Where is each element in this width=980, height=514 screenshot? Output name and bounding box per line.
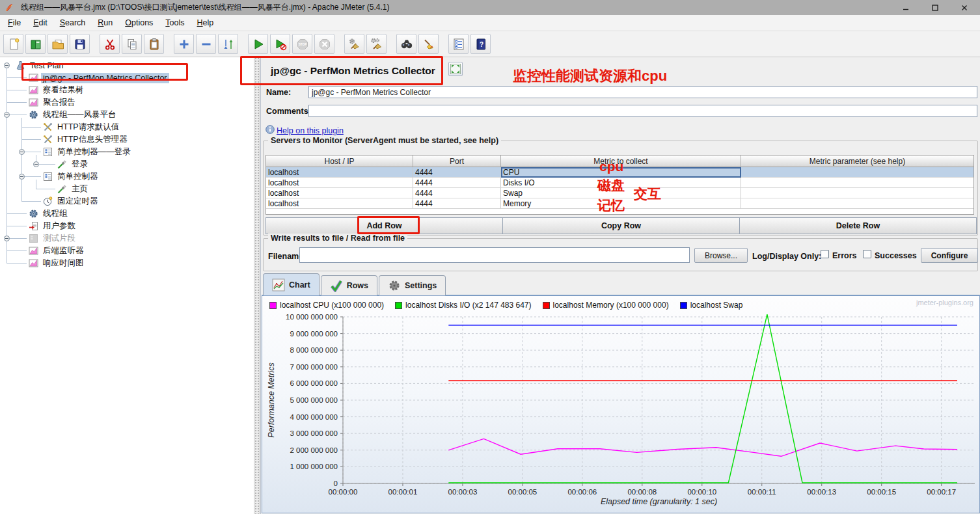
tree-item-label: 响应时间图: [41, 257, 86, 269]
tree-item-3[interactable]: 聚合报告: [29, 96, 77, 109]
maximize-button[interactable]: [921, 0, 951, 15]
column-header-2[interactable]: Metric to collect: [501, 156, 741, 167]
help-on-plugin-link[interactable]: Help on this plugin: [277, 126, 344, 135]
tab-settings[interactable]: Settings: [379, 275, 446, 295]
tree-item-12[interactable]: 线程组: [29, 208, 70, 220]
name-field[interactable]: [308, 86, 977, 98]
table-cell[interactable]: Swap: [501, 188, 741, 198]
tree-item-5[interactable]: HTTP请求默认值: [43, 121, 121, 133]
table-cell[interactable]: localhost: [266, 178, 413, 188]
table-cell[interactable]: [741, 198, 973, 209]
tree-connector: [21, 201, 41, 202]
tree-expand-handle[interactable]: [19, 149, 25, 155]
tree-item-0[interactable]: Test Plan: [16, 59, 65, 72]
chart-tab-icon: [272, 278, 285, 291]
tab-rows[interactable]: Rows: [321, 275, 377, 295]
collapse-all-button[interactable]: [196, 34, 216, 54]
open-file-button[interactable]: [48, 34, 68, 54]
table-cell[interactable]: [741, 188, 973, 198]
column-header-3[interactable]: Metric parameter (see help): [741, 156, 973, 167]
comments-field[interactable]: [308, 105, 977, 117]
clear-button[interactable]: [344, 34, 364, 54]
menu-edit[interactable]: Edit: [27, 16, 54, 29]
table-row[interactable]: localhost4444Disks I/O: [266, 178, 973, 188]
table-row[interactable]: localhost4444Memory: [266, 198, 973, 209]
start-no-pauses-button[interactable]: [270, 34, 290, 54]
copy-button[interactable]: [122, 34, 142, 54]
copy-row-button[interactable]: Copy Row: [502, 217, 740, 234]
table-cell[interactable]: Memory: [501, 198, 741, 209]
column-header-1[interactable]: Port: [413, 156, 501, 167]
tree-expand-handle[interactable]: [19, 174, 25, 180]
paste-button[interactable]: [144, 34, 164, 54]
table-cell[interactable]: 4444: [413, 178, 501, 188]
tree-item-1[interactable]: jp@gc - PerfMon Metrics Collector: [29, 72, 169, 84]
table-cell[interactable]: localhost: [266, 188, 413, 198]
menu-file[interactable]: File: [2, 16, 27, 29]
table-row[interactable]: localhost4444Swap: [266, 188, 973, 198]
column-header-0[interactable]: Host / IP: [266, 156, 413, 167]
maximize-panel-button[interactable]: [448, 62, 463, 76]
table-cell[interactable]: 4444: [413, 198, 501, 209]
broom-gear-icon: [348, 38, 361, 51]
tree-item-9[interactable]: 简单控制器: [43, 170, 100, 183]
watermark: jmeter-plugins.org: [916, 299, 973, 306]
minimize-button[interactable]: [892, 0, 921, 15]
servers-table[interactable]: Host / IPPortMetric to collectMetric par…: [265, 155, 974, 215]
close-button[interactable]: [951, 0, 980, 15]
tree-item-11[interactable]: 固定定时器: [43, 195, 100, 208]
tree-item-6[interactable]: HTTP信息头管理器: [43, 133, 129, 146]
tree-item-7[interactable]: 简单控制器——登录: [43, 146, 133, 158]
start-button[interactable]: [248, 34, 268, 54]
split-divider[interactable]: [254, 57, 260, 514]
table-row[interactable]: localhost4444CPU: [266, 167, 973, 178]
delete-row-button[interactable]: Delete Row: [739, 217, 977, 234]
tree-item-2[interactable]: 察看结果树: [29, 84, 86, 96]
tree-expand-handle[interactable]: [4, 62, 10, 68]
table-cell[interactable]: localhost: [266, 167, 413, 178]
tab-chart[interactable]: Chart: [263, 273, 320, 295]
menu-run[interactable]: Run: [92, 16, 119, 29]
toggle-button[interactable]: [218, 34, 238, 54]
function-helper-button[interactable]: [448, 34, 469, 54]
new-file-button[interactable]: [3, 34, 23, 54]
tree-item-13[interactable]: 用户参数: [29, 220, 77, 232]
browse-button[interactable]: Browse...: [694, 248, 748, 263]
svg-text:Elapsed time (granularity: 1 s: Elapsed time (granularity: 1 sec): [601, 497, 717, 506]
table-cell[interactable]: [741, 178, 973, 188]
tree-item-15[interactable]: 后端监听器: [29, 245, 86, 257]
tree-expand-handle[interactable]: [4, 112, 10, 118]
filename-field[interactable]: [299, 247, 690, 263]
expand-all-button[interactable]: [174, 34, 194, 54]
cut-button[interactable]: [100, 34, 120, 54]
controller-icon: [43, 147, 53, 157]
tree-expand-handle[interactable]: [4, 236, 10, 241]
table-cell[interactable]: 4444: [413, 188, 501, 198]
search-button[interactable]: [396, 34, 416, 54]
tree-item-8[interactable]: 登录: [57, 158, 90, 170]
table-cell[interactable]: 4444: [413, 167, 501, 178]
templates-button[interactable]: [25, 34, 46, 54]
add-row-button[interactable]: Add Row: [265, 217, 503, 234]
table-cell[interactable]: CPU: [501, 167, 741, 178]
clear-all-button[interactable]: [366, 34, 387, 54]
tree-expand-handle[interactable]: [33, 161, 39, 167]
tree-item-14[interactable]: 测试片段: [29, 232, 77, 245]
errors-checkbox[interactable]: [821, 250, 829, 258]
menu-help[interactable]: Help: [191, 16, 221, 29]
tree-item-4[interactable]: 线程组——风暴平台: [29, 109, 118, 121]
menu-search[interactable]: Search: [54, 16, 92, 29]
menu-tools[interactable]: Tools: [159, 16, 191, 29]
table-cell[interactable]: Disks I/O: [501, 178, 741, 188]
menu-options[interactable]: Options: [119, 16, 159, 29]
configure-button[interactable]: Configure: [921, 248, 978, 263]
successes-checkbox[interactable]: [863, 250, 871, 258]
table-cell[interactable]: [741, 167, 973, 178]
tree-item-16[interactable]: 响应时间图: [29, 257, 86, 269]
table-cell[interactable]: localhost: [266, 198, 413, 209]
tree-item-10[interactable]: 主页: [57, 183, 90, 195]
info-icon: [265, 125, 275, 134]
save-button[interactable]: [70, 34, 90, 54]
search-reset-button[interactable]: [418, 34, 439, 54]
help-button[interactable]: ?: [470, 34, 491, 54]
